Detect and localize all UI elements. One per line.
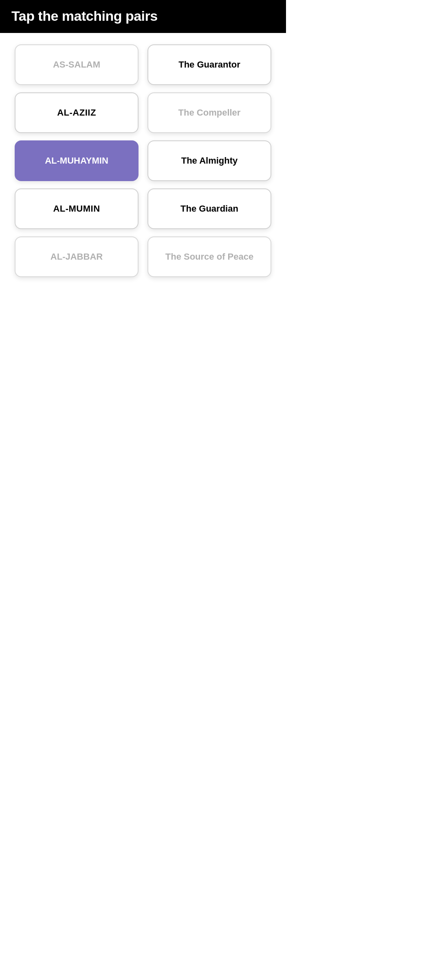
card-arabic-1[interactable]: AL-AZIIZ [15, 92, 139, 133]
card-english-2[interactable]: The Almighty [147, 140, 271, 181]
card-arabic-2[interactable]: AL-MUHAYMIN [15, 140, 139, 181]
game-grid: AS-SALAMThe GuarantorAL-AZIIZThe Compell… [0, 33, 286, 289]
card-english-0[interactable]: The Guarantor [147, 44, 271, 85]
header: Tap the matching pairs [0, 0, 286, 33]
card-english-1[interactable]: The Compeller [147, 92, 271, 133]
page-title: Tap the matching pairs [11, 8, 158, 24]
card-english-4[interactable]: The Source of Peace [147, 236, 271, 277]
card-arabic-0[interactable]: AS-SALAM [15, 44, 139, 85]
card-arabic-4[interactable]: AL-JABBAR [15, 236, 139, 277]
card-arabic-3[interactable]: AL-MUMIN [15, 188, 139, 229]
card-english-3[interactable]: The Guardian [147, 188, 271, 229]
